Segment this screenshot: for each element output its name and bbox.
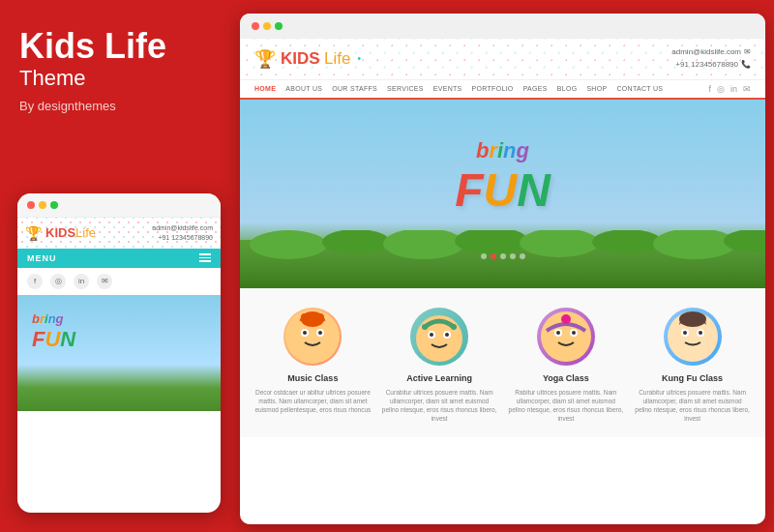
slider-dot-3[interactable] xyxy=(500,253,506,259)
nav-home[interactable]: HOME xyxy=(254,85,276,92)
yoga-class-desc: Rabitur ultrices posuere mattis. Nam ull… xyxy=(508,388,625,423)
svg-point-0 xyxy=(250,230,327,259)
mobile-hero-section: bring FUN xyxy=(17,295,221,411)
svg-point-33 xyxy=(699,331,702,335)
learning-class-desc: Curabitur ultrices posuere mattis. Nam u… xyxy=(381,388,498,423)
kungfu-class-desc: Curabitur ultrices posuere mattis. Nam u… xyxy=(634,388,751,423)
browser-minimize-dot xyxy=(263,22,271,30)
slider-dots xyxy=(481,253,525,259)
svg-point-27 xyxy=(572,331,576,335)
svg-point-1 xyxy=(322,230,390,254)
mobile-bring-text: bring xyxy=(32,310,75,327)
mobile-mockup: 🏆 KIDSLife admin@kidslife.com +91 123456… xyxy=(17,193,221,513)
site-email: admin@kidslife.com xyxy=(671,46,741,59)
phone-icon-small: 📞 xyxy=(741,59,751,72)
nav-contact[interactable]: CONTACT US xyxy=(616,85,663,92)
learning-class-title: Active Learning xyxy=(381,373,498,383)
nav-facebook-icon[interactable]: f xyxy=(708,84,711,94)
music-avatar xyxy=(283,308,342,366)
close-dot xyxy=(27,201,35,209)
yoga-class-title: Yoga Class xyxy=(508,373,625,383)
mobile-logo: 🏆 KIDSLife xyxy=(25,225,96,241)
nav-bar: HOME ABOUT US OUR STAFFS SERVICES EVENTS… xyxy=(240,80,765,100)
svg-point-12 xyxy=(318,331,322,335)
music-class-title: Music Class xyxy=(254,373,372,383)
brand-subtitle: Theme xyxy=(19,66,213,91)
hamburger-icon[interactable] xyxy=(199,253,211,262)
browser-window-controls xyxy=(240,14,765,39)
nav-about[interactable]: ABOUT US xyxy=(285,85,322,92)
slider-dot-4[interactable] xyxy=(510,253,516,259)
service-card-learning: Active Learning Curabitur ultrices posue… xyxy=(381,308,498,423)
services-section: Music Class Decor ostdcaer ur ablitur ul… xyxy=(240,288,765,437)
site-logo: 🏆 KIDS Life • xyxy=(254,48,361,70)
learning-avatar xyxy=(410,308,468,366)
site-logo-dot: • xyxy=(358,53,362,64)
site-contact: admin@kidslife.com ✉ +91 12345678890 📞 xyxy=(671,46,751,72)
mobile-header: 🏆 KIDSLife admin@kidslife.com +91 123456… xyxy=(17,218,221,249)
mobile-menu-bar[interactable]: MENU xyxy=(17,249,221,268)
expand-dot xyxy=(50,201,58,209)
left-panel: Kids Life Theme By designthemes 🏆 KIDSLi… xyxy=(0,0,232,532)
hero-bring-text: bring xyxy=(455,138,551,163)
nav-pages[interactable]: PAGES xyxy=(523,85,548,92)
svg-point-21 xyxy=(422,324,428,330)
browser-expand-dot xyxy=(275,22,283,30)
nav-email-icon[interactable]: ✉ xyxy=(743,84,751,94)
nav-linkedin-icon[interactable]: in xyxy=(730,84,737,94)
brand-by: By designthemes xyxy=(19,99,213,113)
kungfu-avatar xyxy=(664,308,722,366)
yoga-avatar xyxy=(537,308,595,366)
hero-fun-text: FUN xyxy=(455,163,551,217)
svg-point-28 xyxy=(561,314,571,324)
slider-dot-2[interactable] xyxy=(491,253,496,259)
music-char-svg xyxy=(283,308,342,366)
slider-dot-5[interactable] xyxy=(520,253,525,259)
svg-point-22 xyxy=(451,324,457,330)
nav-services[interactable]: SERVICES xyxy=(387,85,424,92)
instagram-icon[interactable]: ◎ xyxy=(50,274,66,289)
learning-char-svg xyxy=(410,308,468,366)
linkedin-icon[interactable]: in xyxy=(74,274,89,289)
mobile-contact: admin@kidslife.com +91 12345678890 xyxy=(152,223,213,243)
nav-events[interactable]: EVENTS xyxy=(433,85,462,92)
facebook-icon[interactable]: f xyxy=(27,274,43,289)
browser-close-dot xyxy=(252,22,259,30)
hero-text-area: bring FUN xyxy=(455,138,551,217)
svg-point-32 xyxy=(683,331,687,335)
music-class-desc: Decor ostdcaer ur ablitur ultrices posue… xyxy=(254,388,372,414)
nav-blog[interactable]: BLOG xyxy=(557,85,578,92)
nav-staffs[interactable]: OUR STAFFS xyxy=(332,85,377,92)
nav-portfolio[interactable]: PORTFOLIO xyxy=(472,85,514,92)
main-browser-mockup: 🏆 KIDS Life • admin@kidslife.com ✉ +91 1… xyxy=(240,14,765,524)
nav-instagram-icon[interactable]: ◎ xyxy=(717,84,725,94)
mobile-logo-text: KIDSLife xyxy=(45,225,96,240)
svg-point-3 xyxy=(455,230,528,254)
svg-point-20 xyxy=(445,333,449,337)
services-grid: Music Class Decor ostdcaer ur ablitur ul… xyxy=(254,308,751,423)
mobile-hero-text: bring FUN xyxy=(32,310,75,352)
hero-section: bring FUN xyxy=(240,100,765,288)
nav-social-icons: f ◎ in ✉ xyxy=(708,84,751,94)
service-card-yoga: Yoga Class Rabitur ultrices posuere matt… xyxy=(508,308,625,423)
svg-point-4 xyxy=(520,230,599,257)
nav-shop[interactable]: SHOP xyxy=(586,85,607,92)
site-logo-text: KIDS Life xyxy=(281,49,351,69)
brand-title: Kids Life xyxy=(19,29,213,64)
site-phone: +91 12345678890 xyxy=(675,59,738,72)
svg-point-26 xyxy=(556,331,560,335)
minimize-dot xyxy=(39,201,46,209)
slider-dot-1[interactable] xyxy=(481,253,487,259)
yoga-char-svg xyxy=(537,308,595,366)
email-icon[interactable]: ✉ xyxy=(97,274,112,289)
site-header: 🏆 KIDS Life • admin@kidslife.com ✉ +91 1… xyxy=(240,39,765,80)
menu-label: MENU xyxy=(27,253,57,263)
kungfu-char-svg xyxy=(664,308,722,366)
svg-point-11 xyxy=(303,331,307,335)
svg-point-5 xyxy=(592,230,662,254)
svg-point-19 xyxy=(430,333,433,337)
mobile-window-controls xyxy=(17,193,221,218)
site-trophy-icon: 🏆 xyxy=(254,48,276,70)
svg-point-2 xyxy=(383,230,464,259)
svg-point-6 xyxy=(653,230,736,259)
